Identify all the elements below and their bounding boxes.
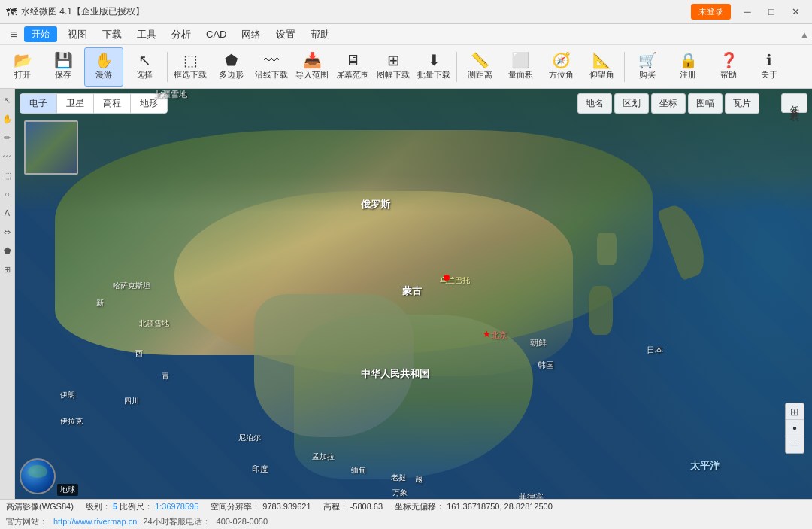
btn-tile[interactable]: 瓦片: [725, 93, 759, 114]
left-tool-measure[interactable]: ⇔: [1, 223, 14, 240]
open-icon: 📂: [14, 53, 32, 68]
btn-placename[interactable]: 地名: [577, 93, 612, 114]
service-label: 24小时客服电话：: [143, 516, 210, 527]
tool-open-label: 打开: [14, 69, 31, 81]
tool-roam-label: 漫游: [95, 69, 112, 81]
tool-frame-dl-label: 图幅下载: [377, 69, 410, 81]
elev-label: 高程：: [323, 502, 348, 511]
close-button[interactable]: ✕: [785, 4, 806, 20]
tool-help[interactable]: ❓ 帮助: [709, 47, 748, 87]
import-range-icon: 📥: [303, 53, 322, 68]
coord-value: 161.36718750, 28.82812500: [447, 502, 553, 511]
toolbar-sep1: [167, 52, 168, 82]
menu-item-view[interactable]: 视图: [60, 26, 95, 44]
tool-bbox-dl[interactable]: ⬚ 框选下载: [171, 47, 210, 87]
toolbar-sep2: [456, 52, 457, 82]
tool-bearing[interactable]: 🧭 方位角: [541, 47, 580, 87]
left-panel: ↖ ✋ ✏ 〰 ⬚ ○ A ⇔ ⬟ ⊞: [0, 89, 15, 499]
status-bar: 高清影像(WGS84) 级别： 5 比例尺： 1:36978595 空间分辨率：…: [0, 499, 812, 529]
zoom-controls: ⊞ ● ─: [785, 403, 804, 454]
tool-screen-range[interactable]: 🖥 屏幕范围: [333, 47, 372, 87]
map-type-electronic[interactable]: 电子: [20, 94, 57, 113]
tool-polygon-label: 多边形: [219, 69, 244, 81]
globe-land: [28, 465, 47, 479]
coord-info: 坐标无偏移： 161.36718750, 28.82812500: [395, 501, 553, 512]
star-beijing: ★: [483, 329, 491, 339]
map-type-elevation[interactable]: 高程: [94, 94, 131, 113]
task-list-button[interactable]: 任务列表: [781, 93, 807, 113]
satellite-map: [15, 89, 812, 499]
scale-label: 比例尺：: [120, 502, 153, 511]
tool-register-label: 注册: [680, 69, 696, 81]
unlogin-button[interactable]: 未登录: [691, 4, 731, 20]
menu-item-network[interactable]: 网络: [234, 26, 268, 44]
tool-incline[interactable]: 📐 仰望角: [582, 47, 621, 87]
zoom-in-button[interactable]: ⊞: [786, 403, 804, 420]
tool-frame-dl[interactable]: ⊞ 图幅下载: [374, 47, 413, 87]
zoom-out-button[interactable]: ─: [786, 436, 804, 453]
tool-about[interactable]: ℹ 关于: [750, 47, 789, 87]
menu-item-cad[interactable]: CAD: [198, 26, 234, 42]
dist-info: 空间分辨率： 9783.939621: [211, 501, 311, 512]
maximize-button[interactable]: □: [761, 4, 782, 20]
menu-toggle[interactable]: ≡: [3, 26, 24, 43]
tool-register[interactable]: 🔒 注册: [668, 47, 707, 87]
globe-thumbnail[interactable]: [20, 458, 56, 494]
tool-measure-dist[interactable]: 📏 测距离: [460, 47, 499, 87]
register-icon: 🔒: [679, 53, 698, 68]
tool-line-dl[interactable]: 〰 沿线下载: [252, 47, 291, 87]
menu-item-download[interactable]: 下载: [95, 26, 129, 44]
left-tool-box[interactable]: ⬚: [1, 167, 14, 184]
start-button[interactable]: 开始: [24, 26, 57, 42]
tool-import-range[interactable]: 📥 导入范围: [292, 47, 332, 87]
select-icon: ↖: [138, 53, 151, 68]
minimize-button[interactable]: ─: [737, 4, 758, 20]
left-tool-text[interactable]: A: [1, 205, 14, 221]
elev-value: -5808.63: [350, 502, 383, 511]
tool-measure-area[interactable]: ⬜ 量面积: [501, 47, 540, 87]
tool-about-label: 关于: [761, 69, 777, 81]
elev-info: 高程： -5808.63: [323, 501, 383, 512]
tool-measure-area-label: 量面积: [508, 69, 533, 81]
zoom-reset-button[interactable]: ●: [786, 420, 804, 436]
left-tool-hand[interactable]: ✋: [1, 111, 14, 127]
menu-item-tools[interactable]: 工具: [129, 26, 164, 44]
tool-help-label: 帮助: [720, 69, 737, 81]
left-tool-pen[interactable]: ✏: [1, 129, 14, 146]
menu-item-analysis[interactable]: 分析: [164, 26, 198, 44]
tool-line-dl-label: 沿线下载: [255, 69, 288, 81]
left-tool-grid[interactable]: ⊞: [1, 261, 14, 278]
about-icon: ℹ: [766, 53, 772, 68]
btn-coord[interactable]: 坐标: [651, 93, 686, 114]
title-text: 水经微图 4.1【企业版已授权】: [21, 5, 144, 18]
tool-open[interactable]: 📂 打开: [3, 47, 42, 87]
tool-buy[interactable]: 🛒 购买: [628, 47, 667, 87]
left-tool-polygon2[interactable]: ⬟: [1, 242, 14, 259]
tool-select[interactable]: ↖ 选择: [125, 47, 164, 87]
menu-item-help[interactable]: 帮助: [303, 26, 338, 44]
map-type-terrain[interactable]: 地形: [131, 94, 167, 113]
map-right-btns-bar: 地名 区划 坐标 图幅 瓦片: [577, 93, 759, 114]
map-thumbnail[interactable]: 选择地图: [24, 120, 78, 175]
batch-dl-icon: ⬇: [428, 53, 441, 68]
map-container[interactable]: 电子 卫星 高程 地形 选择地图 地名 区划 坐标 图幅 瓦片 任务列表 俄罗斯…: [15, 89, 812, 499]
website-link[interactable]: http://www.rivermap.cn: [53, 517, 137, 526]
tool-save[interactable]: 💾 保存: [44, 47, 83, 87]
expand-icon[interactable]: ▲: [800, 29, 809, 40]
btn-district[interactable]: 区划: [614, 93, 649, 114]
tool-polygon[interactable]: ⬟ 多边形: [211, 47, 250, 87]
btn-frame[interactable]: 图幅: [688, 93, 723, 114]
dot-ulaanbaatar: [444, 275, 450, 281]
tool-incline-label: 仰望角: [589, 69, 614, 81]
left-tool-arrow[interactable]: ↖: [1, 92, 14, 108]
left-tool-wave[interactable]: 〰: [1, 148, 14, 165]
map-type-satellite[interactable]: 卫星: [57, 94, 94, 113]
menu-item-settings[interactable]: 设置: [268, 26, 303, 44]
measure-dist-icon: 📏: [471, 53, 489, 68]
tool-roam[interactable]: ✋ 漫游: [84, 47, 123, 87]
tool-batch-dl[interactable]: ⬇ 批量下载: [414, 47, 453, 87]
measure-area-icon: ⬜: [511, 53, 530, 68]
tool-batch-dl-label: 批量下载: [417, 69, 450, 81]
left-tool-circle[interactable]: ○: [1, 186, 14, 202]
app-title: 🗺 水经微图 4.1【企业版已授权】: [6, 5, 144, 18]
